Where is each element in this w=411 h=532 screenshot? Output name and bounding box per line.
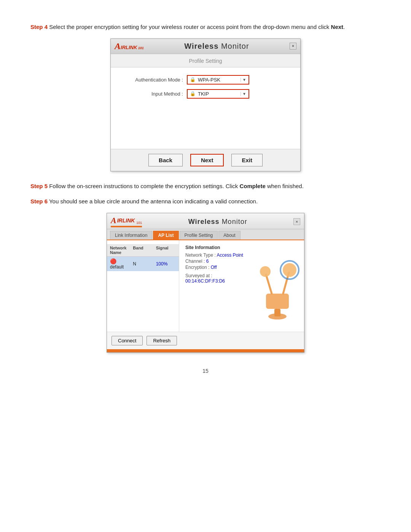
step5-text: Step 5 Follow the on-screen instructions… <box>30 182 381 191</box>
exit-button[interactable]: Exit <box>231 154 263 166</box>
svg-line-1 <box>266 275 272 294</box>
dialog2-title: Wireless Monitor <box>188 218 247 226</box>
antenna-illustration <box>251 240 304 332</box>
dialog1-footer: Back Next Exit <box>111 149 300 171</box>
refresh-button[interactable]: Refresh <box>147 336 177 345</box>
step6-description: You should see a blue circle around the … <box>48 198 258 204</box>
back-button[interactable]: Back <box>148 154 183 166</box>
auth-dropdown-arrow[interactable]: ▼ <box>241 78 246 82</box>
row-network-name: 🔴 default <box>108 258 131 270</box>
network-type-value: Access Point <box>217 252 243 258</box>
input-dropdown-arrow[interactable]: ▼ <box>241 92 246 96</box>
connect-button[interactable]: Connect <box>112 336 143 345</box>
step6-label: Step 6 <box>30 198 48 204</box>
svg-point-3 <box>260 266 271 277</box>
dialog2-tabs: Link Information AP List Profile Setting… <box>107 229 304 240</box>
step5-end: when finished. <box>266 183 304 189</box>
encryption-value: Off <box>211 265 217 270</box>
step5-complete-bold: Complete <box>239 183 265 189</box>
dialog2-logo-irlink: IRLINK <box>117 217 135 225</box>
row-band: N <box>131 261 154 267</box>
dialog2-logo-a: A <box>111 216 116 225</box>
site-channel-row: Channel : 6 <box>185 259 245 264</box>
step4-description: Select the proper encryption setting for… <box>48 24 331 30</box>
dialog2-site-info: Site Information Network Type : Access P… <box>179 240 251 332</box>
lock-icon-input: 🔒 <box>190 91 196 96</box>
step5-label: Step 5 <box>30 183 48 189</box>
col-signal: Signal <box>155 245 177 256</box>
dialog1-wrapper: AIRLINK 101 Wireless Monitor × Profile S… <box>30 38 381 171</box>
table-row[interactable]: 🔴 default N 100% <box>107 257 179 271</box>
col-network-name: Network Name <box>108 245 131 256</box>
row-name-value: default <box>110 264 124 270</box>
tab-link-information[interactable]: Link Information <box>110 231 152 240</box>
dialog1-titlebar: AIRLINK 101 Wireless Monitor × <box>111 39 300 54</box>
dialog2-bottom-bar <box>107 349 304 352</box>
site-network-type-row: Network Type : Access Point <box>185 252 245 258</box>
auth-mode-label: Authentication Mode : <box>122 77 183 83</box>
step5-description: Follow the on-screen instructions to com… <box>48 183 239 189</box>
dialog1-title-wireless: Wireless <box>184 42 218 50</box>
dialog1-title: Wireless Monitor <box>184 42 249 51</box>
airlink-logo: AIRLINK 101 <box>115 41 144 51</box>
dialog2-bottom: Connect Refresh <box>107 332 304 349</box>
step4-text: Step 4 Select the proper encryption sett… <box>30 23 381 32</box>
lock-icon-auth: 🔒 <box>190 77 196 82</box>
antenna-svg <box>255 248 300 324</box>
network-type-label: Network Type : <box>185 252 217 258</box>
input-method-select-wrapper[interactable]: 🔒 TKIP ▼ <box>187 89 249 99</box>
mac-address: 00:14:6C:DF:F3:D6 <box>185 278 245 284</box>
dialog2-logo-101: 101 <box>136 221 142 225</box>
input-method-value: TKIP <box>198 91 209 97</box>
dialog1-spacer <box>122 103 289 141</box>
row-signal: 100% <box>155 261 177 267</box>
tab-profile-setting[interactable]: Profile Setting <box>180 231 218 240</box>
auth-mode-value: WPA-PSK <box>198 77 220 83</box>
tab-ap-list[interactable]: AP List <box>153 231 178 240</box>
dialog2-title-monitor: Monitor <box>220 218 247 225</box>
input-method-row: Input Method : 🔒 TKIP ▼ <box>122 89 289 99</box>
site-encryption-row: Encryption : Off <box>185 265 245 270</box>
dialog1-logo: AIRLINK 101 <box>115 41 144 51</box>
dialog2-body: Network Name Band Signal 🔴 default N 100… <box>107 240 304 332</box>
input-method-select[interactable]: 🔒 TKIP ▼ <box>188 90 249 98</box>
dialog2-wrapper: A IRLINK 101 Wireless Monitor × Link Inf… <box>30 213 381 353</box>
svg-rect-0 <box>266 294 289 309</box>
dialog2-close-button[interactable]: × <box>293 218 300 225</box>
dialog1-subtitle: Profile Setting <box>111 54 300 67</box>
wireless-monitor-dialog1: AIRLINK 101 Wireless Monitor × Profile S… <box>110 38 301 171</box>
wireless-monitor-dialog2: A IRLINK 101 Wireless Monitor × Link Inf… <box>107 213 304 353</box>
dialog2-title-wireless: Wireless <box>188 218 220 225</box>
col-band: Band <box>131 245 154 256</box>
table-header: Network Name Band Signal <box>107 244 179 257</box>
tab-about[interactable]: About <box>218 231 240 240</box>
channel-value: 6 <box>206 259 209 264</box>
dialog2-logo: A IRLINK 101 <box>111 216 142 227</box>
auth-mode-select-wrapper[interactable]: 🔒 WPA-PSK ▼ <box>187 75 249 85</box>
dialog2-titlebar: A IRLINK 101 Wireless Monitor × <box>107 213 304 229</box>
step4-next-bold: Next <box>331 24 344 30</box>
encryption-label: Encryption : <box>185 265 211 270</box>
svg-point-7 <box>268 313 287 320</box>
step4-end: . <box>343 24 345 30</box>
network-icon: 🔴 <box>110 258 116 264</box>
page-number: 15 <box>30 368 381 374</box>
svg-point-4 <box>283 263 296 277</box>
dialog1-close-button[interactable]: × <box>290 43 296 50</box>
input-method-label: Input Method : <box>122 91 183 97</box>
dialog2-network-table: Network Name Band Signal 🔴 default N 100… <box>107 240 179 332</box>
channel-label: Channel : <box>185 259 206 264</box>
step4-label: Step 4 <box>30 24 48 30</box>
dialog1-body: Authentication Mode : 🔒 WPA-PSK ▼ Input … <box>111 67 300 149</box>
surveyed-label: Surveyed at : <box>185 273 245 278</box>
dialog1-title-monitor: Monitor <box>218 42 249 50</box>
auth-mode-select[interactable]: 🔒 WPA-PSK ▼ <box>188 76 249 84</box>
site-info-title: Site Information <box>185 245 245 250</box>
dialog2-orange-bar <box>111 226 142 227</box>
auth-mode-row: Authentication Mode : 🔒 WPA-PSK ▼ <box>122 75 289 85</box>
next-button[interactable]: Next <box>190 154 224 166</box>
step6-text: Step 6 You should see a blue circle arou… <box>30 197 381 206</box>
